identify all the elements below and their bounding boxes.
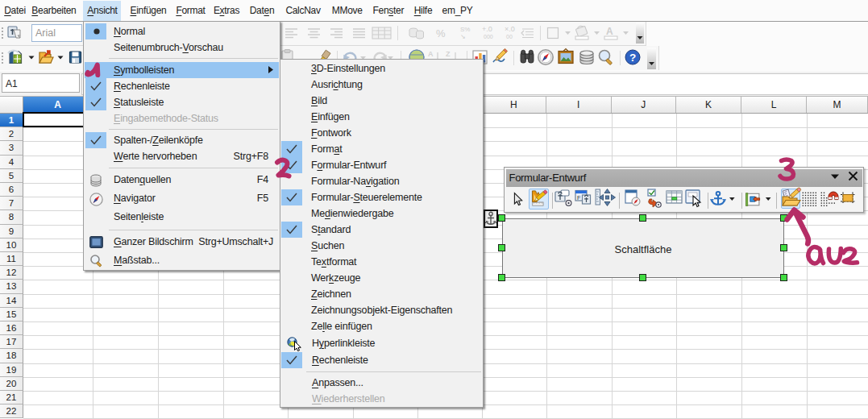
- svg-text:00: 00: [506, 34, 513, 39]
- svg-text:A: A: [606, 26, 613, 37]
- svg-text:×.0: ×.0: [505, 25, 515, 33]
- svg-text:?: ?: [629, 52, 636, 64]
- svg-text:↘: ↘: [460, 33, 466, 40]
- svg-text:000: 000: [484, 34, 493, 39]
- svg-text:Arial: Arial: [35, 27, 56, 39]
- svg-text:S%: S%: [460, 26, 470, 33]
- svg-text:+.0: +.0: [482, 25, 492, 33]
- svg-text:%: %: [436, 27, 446, 39]
- svg-text:F: F: [577, 194, 581, 201]
